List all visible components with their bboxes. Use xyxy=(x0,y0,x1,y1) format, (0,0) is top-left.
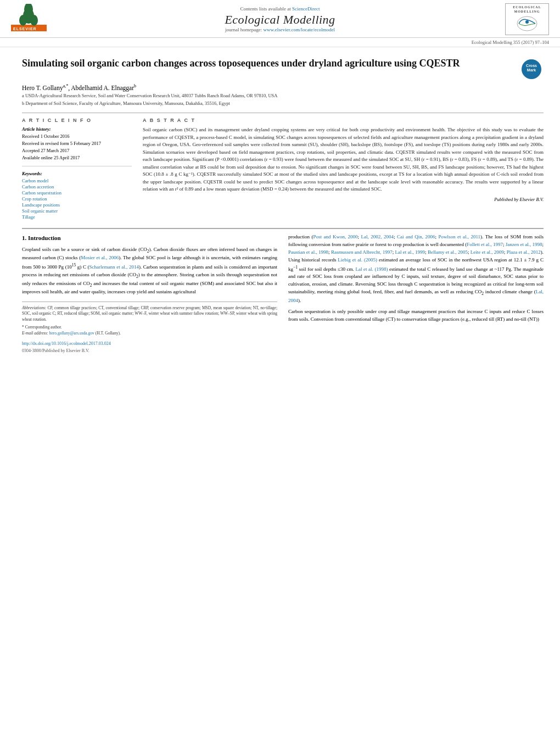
history-label: Article history: xyxy=(22,126,132,132)
keyword-1[interactable]: Carbon model xyxy=(22,178,132,183)
email-suffix: (H.T. Gollany). xyxy=(96,331,121,336)
footnote-abbrev: Abbreviations: CP, common tillage practi… xyxy=(22,305,277,323)
published-by: Published by Elsevier B.V. xyxy=(143,197,544,202)
intro-title: Introduction xyxy=(28,235,61,241)
divider1 xyxy=(22,166,132,166)
doi-area: http://dx.doi.org/10.1016/j.ecolmodel.20… xyxy=(22,341,277,355)
received-date: Received 1 October 2016 xyxy=(22,133,132,140)
available-date: Available online 25 April 2017 xyxy=(22,155,132,161)
keywords-section: Keywords: Carbon model Carbon accretion … xyxy=(22,171,132,220)
crossmark-icon[interactable]: Cross Mark xyxy=(522,59,541,79)
revised-date: Received in revised form 5 February 2017 xyxy=(22,141,132,147)
intro-paragraph1: Cropland soils can be a source or sink o… xyxy=(22,246,277,296)
issn-line: 0304-3800/Published by Elsevier B.V. xyxy=(22,348,277,355)
abstract-column: A B S T R A C T Soil organic carbon (SOC… xyxy=(143,118,544,220)
journal-logo-right: ECOLOGICAL MODELLING xyxy=(505,3,549,35)
article-title: Simulating soil organic carbon changes a… xyxy=(22,57,516,70)
email-label: E-mail address: xyxy=(22,331,48,336)
authors-line: Hero T. Gollanya,*, Abdelhamid A. Elnagg… xyxy=(22,83,544,91)
doi-link[interactable]: http://dx.doi.org/10.1016/j.ecolmodel.20… xyxy=(22,341,111,346)
keyword-7[interactable]: Tillage xyxy=(22,214,132,220)
journal-name: Ecological Modelling xyxy=(55,13,505,27)
article-info-column: A R T I C L E I N F O Article history: R… xyxy=(22,118,132,220)
crossmark-badge[interactable]: Cross Mark xyxy=(522,59,544,79)
abstract-heading: A B S T R A C T xyxy=(143,118,544,123)
svg-text:Mark: Mark xyxy=(527,68,536,72)
journal-logo-text: ECOLOGICAL MODELLING xyxy=(507,5,547,14)
body-two-col: 1. Introduction Cropland soils can be a … xyxy=(22,233,544,355)
intro-number: 1. xyxy=(22,235,26,241)
affil-b: b Department of Soil Science, Faculty of… xyxy=(22,101,544,107)
main-content: Simulating soil organic carbon changes a… xyxy=(0,47,560,360)
journal-homepage: journal homepage: www.elsevier.com/locat… xyxy=(55,27,505,32)
and-text: and xyxy=(506,316,513,322)
keyword-5[interactable]: Landscape positions xyxy=(22,202,132,208)
keywords-label: Keywords: xyxy=(22,171,132,176)
abstract-text: Soil organic carbon (SOC) and its manage… xyxy=(143,126,544,193)
keyword-6[interactable]: Soil organic matter xyxy=(22,208,132,214)
body-col-right: production (Post and Kwon, 2000; Lal, 20… xyxy=(288,233,544,355)
intro-heading: 1. Introduction xyxy=(22,233,277,243)
abbrev-text: CP, common tillage practices; CT, conven… xyxy=(22,305,277,322)
journal-header-info: Contents lists available at ScienceDirec… xyxy=(55,6,505,32)
svg-point-5 xyxy=(30,15,38,26)
volume-info: Ecological Modelling 355 (2017) 97–104 xyxy=(472,40,549,45)
keyword-2[interactable]: Carbon accretion xyxy=(22,184,132,189)
elsevier-logo: ELSEVIER xyxy=(11,4,55,34)
svg-point-8 xyxy=(525,20,529,24)
affil-a: a USDA-Agricultural Research Service, So… xyxy=(22,93,544,99)
sciencedirect-link[interactable]: ScienceDirect xyxy=(292,6,320,12)
affil-b-text: b Department of Soil Science, Faculty of… xyxy=(22,101,230,107)
affil-a-text: a USDA-Agricultural Research Service, So… xyxy=(22,93,277,99)
intro-paragraph3: Carbon sequestration is only possible un… xyxy=(288,308,544,323)
corresponding-label: * Corresponding author. xyxy=(22,325,62,330)
page-header: ELSEVIER Contents lists available at Sci… xyxy=(0,0,560,38)
email-line: E-mail address: hero.gollany@ars.usda.go… xyxy=(22,331,277,337)
keyword-4[interactable]: Crop rotation xyxy=(22,196,132,202)
svg-text:Cross: Cross xyxy=(526,64,537,68)
affiliations: a USDA-Agricultural Research Service, So… xyxy=(22,93,544,107)
journal-logo-box: ECOLOGICAL MODELLING xyxy=(505,3,549,35)
homepage-label: journal homepage: xyxy=(225,27,262,32)
article-info-abstract: A R T I C L E I N F O Article history: R… xyxy=(22,113,544,220)
author2-sup: b xyxy=(134,83,136,88)
intro-paragraph2: production (Post and Kwon, 2000; Lal, 20… xyxy=(288,233,544,305)
homepage-url[interactable]: www.elsevier.com/locate/ecolmodel xyxy=(264,27,335,32)
footnote-corresponding: * Corresponding author. xyxy=(22,325,277,331)
author2-name: , Abdelhamid A. Elnaggar xyxy=(68,84,134,91)
email-link[interactable]: hero.gollany@ars.usda.gov xyxy=(49,331,94,336)
author1-name: Hero T. Gollany xyxy=(22,84,63,91)
article-info-heading: A R T I C L E I N F O xyxy=(22,118,132,123)
title-section: Simulating soil organic carbon changes a… xyxy=(22,57,544,79)
keyword-3[interactable]: Carbon sequestration xyxy=(22,190,132,196)
top-info-line: Ecological Modelling 355 (2017) 97–104 xyxy=(0,38,560,47)
svg-text:ELSEVIER: ELSEVIER xyxy=(13,27,37,31)
footnotes-area: Abbreviations: CP, common tillage practi… xyxy=(22,302,277,337)
svg-point-4 xyxy=(19,15,27,26)
abbrev-label: Abbreviations: xyxy=(22,305,46,310)
accepted-date: Accepted 27 March 2017 xyxy=(22,148,132,154)
body-section: 1. Introduction Cropland soils can be a … xyxy=(22,228,544,355)
contents-text: Contents lists available at xyxy=(240,6,291,12)
body-col-left: 1. Introduction Cropland soils can be a … xyxy=(22,233,277,355)
